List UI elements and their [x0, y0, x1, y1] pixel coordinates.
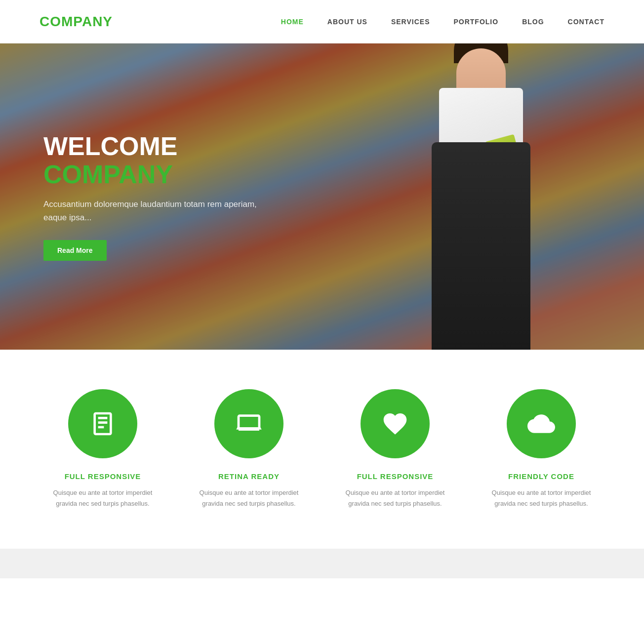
nav-home[interactable]: HOME: [281, 18, 304, 26]
feature-item-1: FULL RESPONSIVE Quisque eu ante at torto…: [43, 389, 162, 509]
features-section: FULL RESPONSIVE Quisque eu ante at torto…: [0, 350, 644, 549]
feature-item-2: RETINA READY Quisque eu ante at tortor i…: [190, 389, 308, 509]
nav-blog[interactable]: BLOG: [522, 18, 544, 26]
feature-title-2: RETINA READY: [218, 472, 280, 481]
feature-item-4: FRIENDLY CODE Quisque eu ante at tortor …: [482, 389, 601, 509]
feature-title-4: FRIENDLY CODE: [508, 472, 574, 481]
person-body: [432, 142, 530, 350]
hero-section: WELCOME COMPANY Accusantium doloremque l…: [0, 43, 644, 350]
feature-icon-circle-2: [214, 389, 283, 458]
hero-title-green: COMPANY: [43, 160, 173, 189]
hero-content: WELCOME COMPANY Accusantium doloremque l…: [0, 132, 286, 261]
feature-title-1: FULL RESPONSIVE: [65, 472, 141, 481]
feature-desc-1: Quisque eu ante at tortor imperdiet grav…: [43, 487, 162, 509]
feature-title-3: FULL RESPONSIVE: [357, 472, 434, 481]
main-nav: HOME ABOUT US SERVICES PORTFOLIO BLOG CO…: [281, 18, 604, 26]
hero-title: WELCOME COMPANY: [43, 132, 286, 189]
feature-desc-3: Quisque eu ante at tortor imperdiet grav…: [336, 487, 454, 509]
nav-contact[interactable]: CONTACT: [568, 18, 604, 26]
logo-prefix: COM: [40, 14, 73, 29]
feature-desc-4: Quisque eu ante at tortor imperdiet grav…: [482, 487, 601, 509]
feature-icon-circle-1: [68, 389, 137, 458]
cloud-icon: [527, 410, 555, 438]
hero-figure: [377, 63, 585, 350]
footer-strip: [0, 549, 644, 578]
nav-portfolio[interactable]: PORTFOLIO: [453, 18, 498, 26]
hero-subtitle: Accusantium doloremque laudantium totam …: [43, 198, 271, 224]
book-icon: [89, 410, 117, 438]
hero-title-plain: WELCOME: [43, 132, 178, 161]
feature-icon-circle-3: [361, 389, 430, 458]
feature-icon-circle-4: [507, 389, 576, 458]
logo-suffix: PANY: [73, 14, 113, 29]
hero-person: [387, 73, 575, 350]
logo: COMPANY: [40, 14, 113, 30]
header: COMPANY HOME ABOUT US SERVICES PORTFOLIO…: [0, 0, 644, 43]
feature-item-3: FULL RESPONSIVE Quisque eu ante at torto…: [336, 389, 454, 509]
nav-services[interactable]: SERVICES: [391, 18, 430, 26]
heart-icon: [381, 410, 409, 438]
read-more-button[interactable]: Read More: [43, 240, 107, 261]
laptop-icon: [235, 410, 263, 438]
nav-about[interactable]: ABOUT US: [327, 18, 367, 26]
feature-desc-2: Quisque eu ante at tortor imperdiet grav…: [190, 487, 308, 509]
